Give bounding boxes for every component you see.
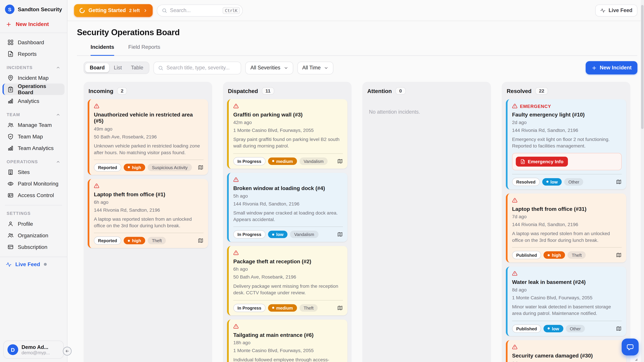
sidebar-item-label: Operations Board bbox=[18, 83, 61, 95]
sidebar-item-manage-team[interactable]: Manage Team bbox=[2, 119, 64, 131]
emergency-flag bbox=[233, 324, 343, 329]
scrollbar-thumb[interactable] bbox=[641, 5, 644, 129]
incident-card[interactable]: Laptop theft from office (#1) 6h ago 144… bbox=[88, 179, 208, 248]
sidebar-new-incident-button[interactable]: New Incident bbox=[0, 18, 67, 33]
status-badge: In Progress bbox=[233, 157, 266, 165]
sidebar-item-analytics[interactable]: Analytics bbox=[2, 95, 64, 107]
incident-card[interactable]: Tailgating at main entrance (#6) 18h ago… bbox=[227, 319, 348, 362]
emergency-info-button[interactable]: Emergency Info bbox=[516, 157, 568, 166]
chevron-up-icon[interactable] bbox=[56, 112, 60, 117]
emergency-info-box: Emergency Info bbox=[512, 153, 622, 170]
user-name: Demo Ad... bbox=[22, 344, 50, 350]
severity-badge: low bbox=[268, 231, 288, 238]
incident-time: 42m ago bbox=[233, 120, 343, 125]
emergency-flag bbox=[233, 177, 343, 182]
map-icon[interactable] bbox=[337, 231, 343, 237]
column-cards: No attention incidents. bbox=[366, 99, 487, 125]
global-search[interactable]: CtrlK bbox=[157, 4, 243, 16]
incident-card[interactable]: Laptop theft from office (#31) 7d ago 14… bbox=[506, 193, 626, 263]
users-icon bbox=[8, 232, 14, 238]
global-search-input[interactable] bbox=[170, 7, 220, 13]
incident-card[interactable]: EMERGENCY Faulty emergency light (#10) 2… bbox=[506, 99, 626, 189]
warning-triangle-icon bbox=[512, 344, 518, 350]
sidebar-new-incident-label: New Incident bbox=[16, 21, 49, 27]
time-filter-dropdown[interactable]: All Time bbox=[297, 61, 334, 74]
incident-card[interactable]: Water leak in basement (#24) 8d ago 1 Mo… bbox=[506, 267, 626, 336]
incident-search-input[interactable] bbox=[166, 65, 237, 71]
severity-filter-dropdown[interactable]: All Severities bbox=[246, 61, 293, 74]
type-badge: Vandalism bbox=[300, 157, 328, 165]
map-icon[interactable] bbox=[616, 252, 622, 258]
sidebar-item-patrol-monitoring[interactable]: Patrol Monitoring bbox=[2, 178, 64, 189]
incident-address: 50 Bath Ave, Rosebank, 2196 bbox=[233, 275, 343, 280]
severity-label: high bbox=[132, 238, 141, 243]
live-feed-button[interactable]: Live Feed bbox=[595, 4, 638, 16]
incident-address: 144 Rivonia Rd, Sandton, 2196 bbox=[233, 201, 343, 206]
view-board[interactable]: Board bbox=[85, 63, 109, 72]
incident-address: 1 Monte Casino Blvd, Fourways, 2055 bbox=[233, 348, 343, 353]
sidebar-live-feed[interactable]: Live Feed bbox=[0, 257, 67, 272]
severity-badge: high bbox=[124, 237, 146, 244]
chat-fab-button[interactable] bbox=[622, 339, 639, 356]
incident-address: 144 Rivonia Rd, Sandton, 2196 bbox=[94, 208, 204, 213]
sidebar-item-label: Access Control bbox=[18, 192, 54, 198]
incident-description: Small window pane cracked at loading doc… bbox=[233, 210, 343, 223]
sidebar-item-dashboard[interactable]: Dashboard bbox=[2, 36, 64, 48]
chevron-up-icon[interactable] bbox=[56, 65, 60, 69]
sidebar-item-reports[interactable]: Reports bbox=[2, 48, 64, 59]
map-icon[interactable] bbox=[616, 326, 622, 331]
sidebar-item-access-control[interactable]: Access Control bbox=[2, 189, 64, 201]
sidebar-item-profile[interactable]: Profile bbox=[2, 218, 64, 229]
sidebar-item-team-map[interactable]: Team Map bbox=[2, 131, 64, 142]
map-icon[interactable] bbox=[198, 164, 204, 170]
main-area: Getting Started 2 left CtrlK Live Feed S… bbox=[68, 0, 644, 362]
map-icon[interactable] bbox=[337, 305, 343, 311]
building-icon bbox=[8, 169, 14, 175]
sidebar-item-team-analytics[interactable]: Team Analytics bbox=[2, 142, 64, 154]
page-scrollbar[interactable] bbox=[641, 0, 644, 362]
sidebar-item-sites[interactable]: Sites bbox=[2, 166, 64, 178]
status-badge: Resolved bbox=[512, 177, 540, 186]
sidebar-item-incident-map[interactable]: Incident Map bbox=[2, 72, 64, 83]
sidebar-item-subscription[interactable]: Subscription bbox=[2, 241, 64, 253]
new-incident-button[interactable]: New Incident bbox=[586, 61, 638, 74]
topbar: Getting Started 2 left CtrlK Live Feed bbox=[68, 0, 644, 21]
app-window: S Sandton Security Ser... New Incident D… bbox=[0, 0, 644, 362]
map-icon[interactable] bbox=[198, 238, 204, 244]
sidebar-item-operations-board[interactable]: Operations Board bbox=[2, 83, 64, 95]
sidebar-item-label: Manage Team bbox=[18, 122, 52, 128]
incident-search[interactable] bbox=[154, 61, 241, 74]
incident-description: A laptop was reported stolen from an unl… bbox=[94, 216, 204, 229]
severity-filter-value: All Severities bbox=[250, 65, 280, 71]
org-switcher[interactable]: S Sandton Security Ser... bbox=[0, 0, 67, 18]
chevron-up-icon[interactable] bbox=[56, 159, 60, 164]
column-cards: Graffiti on parking wall (#3) 42m ago 1 … bbox=[227, 99, 348, 362]
filter-toolbar: Board List Table All Severities All Time bbox=[84, 61, 637, 74]
getting-started-banner[interactable]: Getting Started 2 left bbox=[74, 4, 152, 16]
severity-badge: medium bbox=[268, 157, 297, 165]
view-table[interactable]: Table bbox=[126, 63, 148, 72]
warning-triangle-icon bbox=[512, 103, 518, 109]
incident-card[interactable]: Security camera damaged (#30) 8d ago 1 M… bbox=[506, 340, 626, 362]
incident-time: 5h ago bbox=[233, 193, 343, 198]
sidebar-item-organization[interactable]: Organization bbox=[2, 229, 64, 241]
eye-icon bbox=[8, 180, 14, 187]
emergency-flag bbox=[233, 250, 343, 255]
incident-card[interactable]: Graffiti on parking wall (#3) 42m ago 1 … bbox=[227, 99, 348, 168]
map-icon[interactable] bbox=[337, 158, 343, 164]
map-icon[interactable] bbox=[616, 179, 622, 185]
card-divider bbox=[94, 160, 204, 160]
incident-card[interactable]: Unauthorized vehicle in restricted area … bbox=[88, 99, 208, 175]
bar-chart-icon bbox=[8, 98, 14, 104]
severity-label: low bbox=[276, 232, 284, 237]
card-divider bbox=[233, 227, 343, 227]
id-card-icon bbox=[8, 192, 14, 198]
view-list[interactable]: List bbox=[109, 63, 126, 72]
incident-card[interactable]: Package theft at reception (#2) 6h ago 5… bbox=[227, 246, 348, 315]
user-menu[interactable]: D Demo Ad... demo@myp... bbox=[3, 341, 64, 359]
incident-card[interactable]: Broken window at loading dock (#4) 5h ag… bbox=[227, 173, 348, 242]
sidebar-collapse-button[interactable] bbox=[63, 347, 72, 356]
tab-field-reports[interactable]: Field Reports bbox=[128, 44, 160, 56]
column-cards: EMERGENCY Faulty emergency light (#10) 2… bbox=[506, 99, 626, 362]
tab-incidents[interactable]: Incidents bbox=[90, 44, 114, 56]
